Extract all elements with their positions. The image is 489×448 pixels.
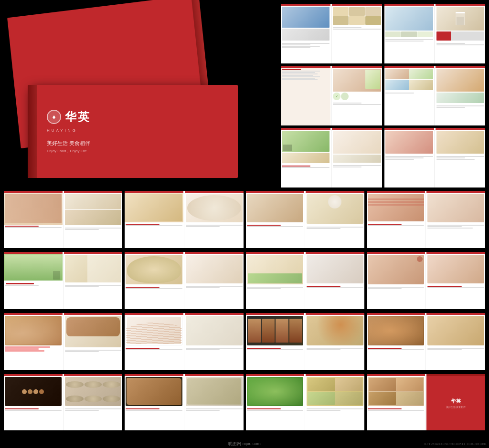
- product-row-4: 华英 美好生活 美食相伴: [4, 374, 485, 430]
- page-company-intro: [281, 4, 330, 63]
- watermark-text: 昵图网 nipic.com: [228, 441, 261, 446]
- spread-5: [281, 128, 382, 188]
- spread-vegetable-dishes: [246, 374, 364, 430]
- page-toc-left: [281, 66, 330, 125]
- spread-chicken-parts: [246, 252, 364, 309]
- product-row-3: [4, 313, 485, 370]
- page-processed-meat: [436, 128, 485, 188]
- spread-duck-raw: [246, 191, 364, 248]
- spread-new-products: [4, 252, 122, 309]
- spread-quality: [384, 4, 486, 63]
- spread-chicken-raw: [125, 191, 243, 248]
- page-meat-varieties: [436, 66, 485, 125]
- page-whole-duck: [332, 128, 382, 188]
- finale-tagline: 美好生活 美食相伴: [446, 406, 466, 408]
- spread-toc: ✓: [281, 66, 382, 125]
- page-duck-products: [281, 128, 330, 188]
- book-front-content: ♦ 华英 HUAYING 美好生活 美食相伴 Enjoy Food，Enjoy …: [37, 102, 238, 161]
- main-container: ♦ 华英 HUAYING 美好生活 美食相伴 Enjoy Food，Enjoy …: [0, 0, 489, 448]
- spread-pork-belly: [367, 191, 485, 248]
- book-tagline-en: Enjoy Food，Enjoy Life: [47, 148, 228, 154]
- watermark-bar: 昵图网 nipic.com: [228, 438, 261, 447]
- product-row-2: [4, 252, 485, 309]
- finale-brand: 华英: [451, 398, 461, 405]
- spread-meatballs: [4, 374, 122, 430]
- page-certificates: [332, 4, 382, 63]
- logo-symbol: ♦: [47, 110, 61, 124]
- page-product-intro: ✓: [332, 66, 382, 125]
- id-text: ID:12534803 NO:20180511 11040161081: [425, 442, 487, 446]
- book-tagline: 美好生活 美食相伴: [47, 140, 228, 147]
- spread-6: [384, 128, 486, 188]
- spread-company: [281, 4, 382, 63]
- catalog-spreads: ✓: [281, 4, 485, 188]
- spread-sliced-meat: [125, 313, 243, 370]
- brand-name: 华英: [65, 109, 91, 125]
- page-chef: [436, 4, 485, 63]
- id-numbers: ID:12534803 NO:20180511 11040161081: [425, 438, 487, 447]
- page-poultry: [384, 66, 434, 125]
- spread-variety-meats: [367, 252, 485, 309]
- spread-bbq-skewers: [246, 313, 364, 370]
- spread-products-overview: [384, 66, 486, 125]
- spread-sausage: [4, 313, 122, 370]
- spread-whole-chicken: [125, 252, 243, 309]
- product-row-1: [4, 191, 485, 248]
- spread-pork-raw: [4, 191, 122, 248]
- spread-crab-seafood: [367, 313, 485, 370]
- brand-pinyin: HUAYING: [47, 128, 228, 133]
- book-cover-front: ♦ 华英 HUAYING 美好生活 美食相伴 Enjoy Food，Enjoy …: [28, 85, 238, 178]
- page-pork-cuts: [384, 128, 434, 188]
- spread-brand-finale: 华英 美好生活 美食相伴: [367, 374, 485, 430]
- spread-chicken-legs: [125, 374, 243, 430]
- book-display: ♦ 华英 HUAYING 美好生活 美食相伴 Enjoy Food，Enjoy …: [4, 4, 276, 188]
- page-process: [384, 4, 434, 63]
